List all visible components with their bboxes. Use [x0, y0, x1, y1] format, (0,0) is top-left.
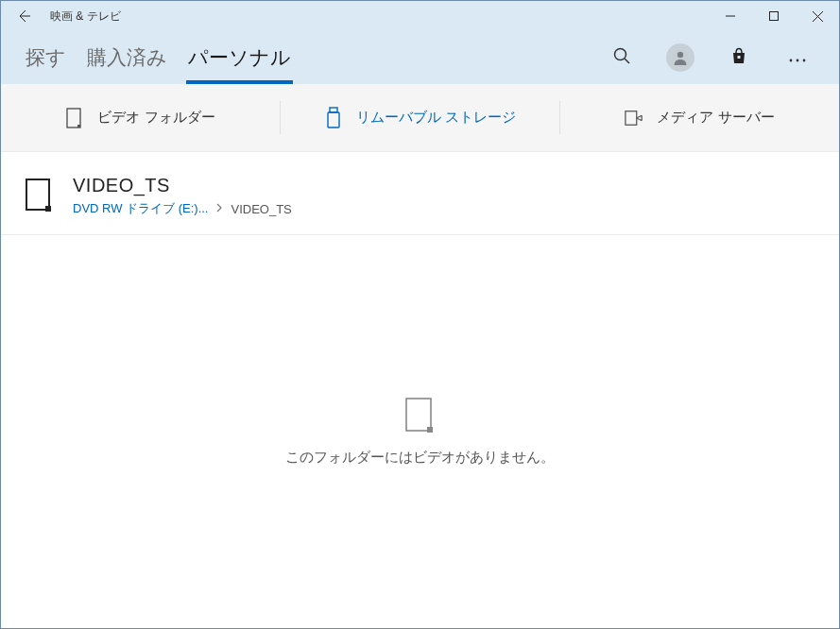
empty-message: このフォルダーにはビデオがありません。	[285, 449, 555, 467]
svg-point-6	[677, 52, 683, 58]
nav-bar: 探す 購入済み パーソナル	[1, 31, 839, 84]
close-button[interactable]	[796, 1, 839, 31]
breadcrumb-current: VIDEO_TS	[231, 202, 291, 216]
maximize-button[interactable]	[752, 1, 796, 31]
svg-point-9	[797, 60, 799, 62]
subtab-video-folders[interactable]: ビデオ フォルダー	[1, 84, 280, 151]
user-icon	[666, 43, 694, 72]
folder-page-icon	[26, 178, 54, 212]
svg-point-4	[615, 49, 626, 60]
svg-rect-16	[26, 179, 49, 210]
svg-point-10	[803, 60, 806, 62]
subtab-label: リムーバブル ストレージ	[356, 109, 516, 127]
subtab-label: ビデオ フォルダー	[97, 109, 214, 127]
store-button[interactable]	[720, 39, 758, 76]
minimize-button[interactable]	[709, 1, 752, 31]
svg-rect-18	[406, 399, 431, 431]
svg-point-8	[790, 60, 793, 62]
ellipsis-icon	[789, 49, 806, 66]
svg-rect-12	[77, 125, 80, 128]
tab-purchased[interactable]: 購入済み	[85, 31, 169, 84]
svg-rect-14	[328, 112, 339, 128]
tab-label: 購入済み	[87, 44, 167, 71]
shopping-bag-icon	[729, 46, 748, 69]
subtab-media-servers[interactable]: メディア サーバー	[560, 84, 839, 151]
svg-rect-15	[626, 110, 637, 125]
tab-label: パーソナル	[188, 44, 291, 71]
svg-line-5	[625, 59, 629, 63]
tab-personal[interactable]: パーソナル	[186, 31, 293, 84]
svg-rect-13	[330, 108, 337, 112]
folder-header: VIDEO_TS DVD RW ドライブ (E:)... VIDEO_TS	[1, 152, 839, 235]
svg-rect-7	[738, 56, 741, 59]
breadcrumb-link[interactable]: DVD RW ドライブ (E:)...	[73, 200, 208, 217]
account-button[interactable]	[661, 39, 699, 76]
search-button[interactable]	[603, 39, 641, 76]
empty-video-icon	[405, 398, 436, 434]
svg-rect-1	[770, 12, 779, 21]
sub-tabs: ビデオ フォルダー リムーバブル ストレージ メディア サーバー	[1, 84, 839, 152]
chevron-right-icon	[215, 203, 223, 214]
subtab-removable-storage[interactable]: リムーバブル ストレージ	[281, 84, 559, 151]
search-icon	[612, 46, 631, 69]
media-server-icon	[625, 107, 643, 129]
svg-rect-17	[45, 206, 51, 212]
subtab-label: メディア サーバー	[657, 109, 774, 127]
svg-rect-19	[427, 427, 433, 433]
more-button[interactable]	[779, 39, 816, 76]
folder-title: VIDEO_TS	[73, 175, 292, 196]
window-title: 映画 & テレビ	[50, 8, 121, 25]
video-folder-icon	[65, 107, 84, 129]
title-bar: 映画 & テレビ	[1, 1, 839, 31]
empty-state: このフォルダーにはビデオがありません。	[1, 235, 839, 628]
breadcrumb: DVD RW ドライブ (E:)... VIDEO_TS	[73, 200, 292, 217]
tab-label: 探す	[26, 44, 66, 71]
usb-drive-icon	[324, 107, 343, 129]
back-button[interactable]	[1, 1, 46, 31]
tab-explore[interactable]: 探す	[24, 31, 68, 84]
